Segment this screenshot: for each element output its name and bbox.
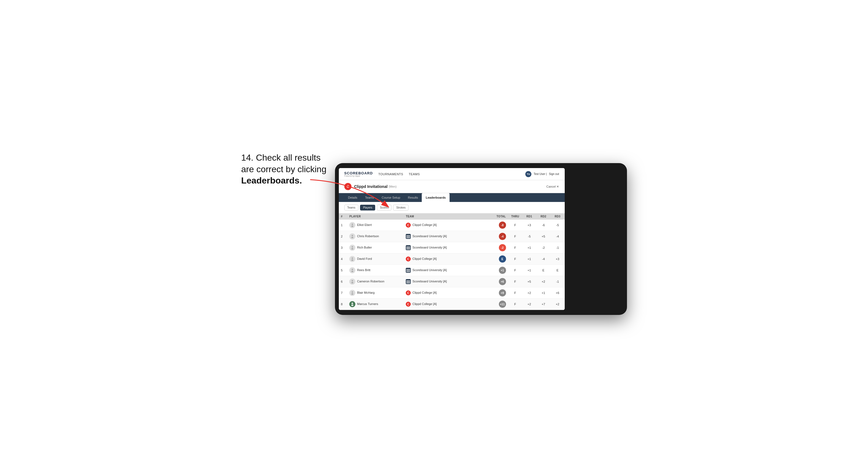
col-header-rd2: RD2 (536, 213, 550, 220)
col-header-rd3: RD3 (550, 213, 564, 220)
team-logo: C (406, 256, 411, 261)
cell-rd1: -5 (522, 231, 536, 242)
svg-point-38 (351, 305, 353, 306)
cell-thru: F (508, 265, 522, 276)
svg-point-11 (352, 246, 353, 248)
instruction-line3: Leaderboards. (241, 176, 302, 185)
cell-rd2: -2 (536, 242, 550, 253)
svg-point-1 (352, 224, 353, 225)
cell-team: Scoreboard University [A] (404, 242, 488, 253)
tab-course-setup[interactable]: Course Setup (378, 193, 404, 202)
cell-total: +6 (488, 276, 508, 287)
filter-players[interactable]: Players (360, 205, 375, 211)
svg-rect-30 (406, 280, 410, 281)
score-badge: -4 (499, 233, 506, 240)
nav-link-teams[interactable]: TEAMS (409, 172, 420, 177)
svg-point-34 (351, 293, 353, 295)
tournament-logo: C (344, 183, 351, 190)
cell-thru: F (508, 299, 522, 310)
score-badge: +6 (499, 278, 506, 285)
cell-player: Blair McHarg (347, 287, 404, 299)
cell-thru: F (508, 276, 522, 287)
team-logo: C (406, 223, 411, 227)
cell-total: +1 (488, 265, 508, 276)
nav-links: TOURNAMENTS TEAMS (378, 172, 525, 177)
logo-text: SCOREBOARD (344, 172, 373, 175)
svg-point-18 (351, 259, 353, 261)
tab-results[interactable]: Results (404, 193, 422, 202)
cell-rank: 3 (339, 242, 347, 253)
cell-rd1: +3 (522, 220, 536, 231)
cell-player: Cameron Robertson (347, 276, 404, 287)
score-badge: +11 (499, 301, 506, 308)
svg-point-37 (351, 303, 353, 304)
tab-details[interactable]: Details (344, 193, 362, 202)
table-row: 1Elliot EbertCClippd College [A]-8F+3-6-… (339, 220, 565, 231)
cell-team: Scoreboard University [A] (404, 265, 488, 276)
cell-player: David Ford (347, 253, 404, 265)
svg-text:C: C (407, 303, 409, 306)
svg-point-12 (351, 248, 353, 250)
col-header-thru: THRU (508, 213, 522, 220)
svg-point-28 (351, 282, 353, 283)
instruction-line2: are correct by clicking (241, 164, 327, 174)
tablet-screen: SCOREBOARD Powered by clippd TOURNAMENTS… (339, 168, 565, 310)
cell-thru: F (508, 253, 522, 265)
col-header-player: PLAYER (347, 213, 404, 220)
sign-out-link[interactable]: Sign out (549, 173, 559, 176)
tab-leaderboards[interactable]: Leaderboards (422, 193, 450, 202)
page-wrapper: 14. Check all results are correct by cli… (241, 152, 627, 315)
nav-link-tournaments[interactable]: TOURNAMENTS (378, 172, 403, 177)
filter-strokes[interactable]: Strokes (393, 205, 408, 211)
cell-team: CClippd College [A] (404, 287, 488, 299)
player-avatar (349, 256, 355, 262)
cell-player: Rich Butler (347, 242, 404, 253)
svg-rect-9 (406, 237, 410, 237)
leaderboard-table-wrapper: # PLAYER TEAM TOTAL THRU RD1 RD2 RD3 1El… (339, 213, 565, 310)
filter-scores[interactable]: Scores (377, 205, 392, 211)
svg-point-17 (352, 258, 353, 259)
cell-rd3: -4 (550, 231, 564, 242)
cell-total: -2 (488, 242, 508, 253)
cell-player: Marcus Turners (347, 299, 404, 310)
svg-point-2 (351, 226, 353, 227)
filter-bar: Teams Players Scores Strokes (339, 202, 565, 213)
cell-rank: 8 (339, 299, 347, 310)
svg-text:C: C (407, 223, 409, 227)
cell-rank: 5 (339, 265, 347, 276)
player-avatar (349, 301, 355, 307)
tab-teams[interactable]: Teams (361, 193, 378, 202)
score-badge: +1 (499, 267, 506, 274)
svg-rect-10 (406, 238, 410, 238)
score-badge: +9 (499, 289, 506, 297)
svg-point-6 (351, 237, 353, 238)
cell-rd2: +5 (536, 231, 550, 242)
cell-team: CClippd College [A] (404, 253, 488, 265)
score-badge: -2 (499, 244, 506, 251)
filter-teams[interactable]: Teams (344, 205, 359, 211)
svg-rect-25 (406, 270, 410, 271)
cell-thru: F (508, 287, 522, 299)
svg-rect-8 (406, 235, 410, 236)
cell-rd1: +2 (522, 287, 536, 299)
logo-sub: Powered by clippd (344, 175, 373, 177)
cell-total: +9 (488, 287, 508, 299)
player-avatar (349, 222, 355, 228)
player-avatar (349, 234, 355, 240)
table-row: 7Blair McHargCClippd College [A]+9F+2+1+… (339, 287, 565, 299)
svg-text:C: C (407, 291, 409, 294)
cell-player: Elliot Ebert (347, 220, 404, 231)
player-avatar (349, 245, 355, 251)
table-row: 5Rees BrittScoreboard University [A]+1F+… (339, 265, 565, 276)
cell-rd1: +5 (522, 276, 536, 287)
svg-rect-32 (406, 283, 410, 283)
tournament-header: C Clippd Invitational (Men) Cancel ✕ (339, 180, 565, 193)
cell-rank: 7 (339, 287, 347, 299)
cell-rd1: +1 (522, 242, 536, 253)
cancel-button[interactable]: Cancel ✕ (546, 185, 559, 188)
sub-nav: Details Teams Course Setup Results Leade… (339, 193, 565, 202)
tournament-gender: (Men) (389, 185, 397, 188)
cell-team: CClippd College [A] (404, 299, 488, 310)
tablet-device: SCOREBOARD Powered by clippd TOURNAMENTS… (335, 163, 627, 315)
nav-bar: SCOREBOARD Powered by clippd TOURNAMENTS… (339, 168, 565, 180)
